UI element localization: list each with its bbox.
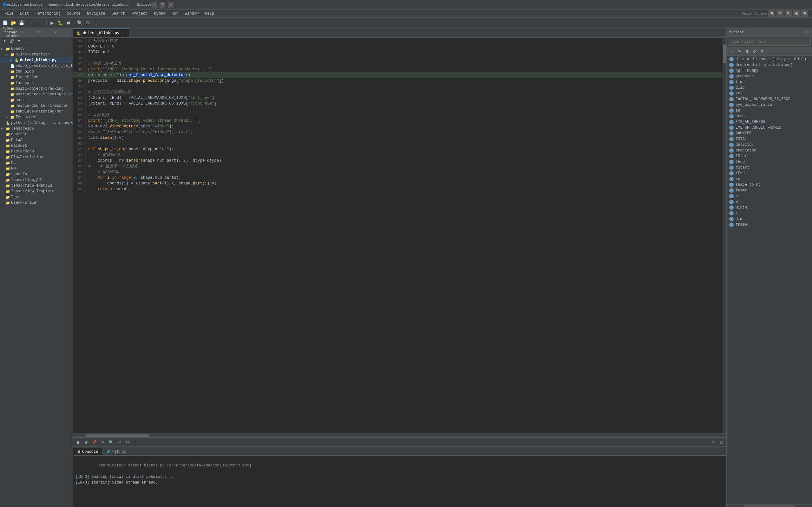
outline-item[interactable]: COUNTER [727,130,812,136]
toolbar-search[interactable]: 🔍 [76,19,84,26]
vertical-scrollbar[interactable] [722,38,726,434]
outline-link[interactable]: 🔗 [751,48,758,55]
maximize-button[interactable]: □ [159,2,165,8]
tree-item[interactable]: ▶📁Tesseract [0,114,72,120]
qa-btn-1[interactable]: ⊞ [768,10,775,17]
tree-item[interactable]: ▶🐍detect_blinks.py [0,57,72,63]
menu-refactoring[interactable]: Refactoring [32,10,64,17]
line-content[interactable]: (lStart, lEnd) = FACIAL_LANDMARKS_68_IDX… [88,95,722,101]
outline-settings[interactable]: ⚙ [758,48,766,55]
toolbar-stop[interactable]: ⏹ [65,19,72,26]
tree-item[interactable]: 📄shape_predictor_68_face_landmarks.dat [0,63,72,69]
tree-item[interactable]: ▼📁blink-detection [0,52,72,57]
outline-scrollbar-thumb[interactable] [744,505,795,507]
console-filter[interactable]: 🔍 [107,439,115,446]
tree-item[interactable]: 📁People-Counter-1-master [0,103,72,109]
console-wrap[interactable]: ↩ [115,439,123,446]
line-content[interactable]: # # 遍历每一个关键点 [88,164,722,169]
toolbar-settings[interactable]: ⚙ [84,19,92,26]
outline-item[interactable]: FACIAL_LANDMARKS_68_IDXS [727,96,812,102]
toolbar-debug[interactable]: 🐛 [56,19,64,26]
line-content[interactable]: #vs = FileVideoStream(args["video"]).sta… [88,129,722,135]
qa-btn-4[interactable]: ▣ [793,10,800,17]
tree-item[interactable]: 📁NMT [0,166,72,171]
menu-navigate[interactable]: Navigate [84,10,108,17]
console-maximize[interactable]: □ [717,439,725,446]
outline-item[interactable]: lEnd [727,159,812,165]
line-content[interactable]: # 得到坐标 [88,169,722,175]
console-stop[interactable]: ⏹ [74,439,82,446]
menu-run[interactable]: Run [168,10,182,17]
outline-collapse[interactable]: ⊟ [743,48,751,55]
tree-item[interactable]: 📁park [0,97,72,103]
tree-menu[interactable]: ▼ [16,38,22,44]
line-content[interactable]: vs = cv2.VideoCapture(args["video"]) [88,124,722,129]
line-content[interactable]: print("[INFO] loading facial landmark pr… [88,66,722,72]
tree-item[interactable]: 📁ML [0,160,72,166]
console-pin[interactable]: 📌 [91,439,98,446]
line-content[interactable]: # 创建68*2 [88,152,722,158]
toolbar-run[interactable]: ▶ [48,19,56,26]
tree-item[interactable]: 📁shurufа [0,171,72,177]
panel-maximize[interactable]: □ [38,30,53,35]
console-clear[interactable]: 🗑 [83,439,90,446]
close-button[interactable]: ✕ [168,2,173,8]
toolbar-back[interactable]: ← [29,19,37,26]
menu-search[interactable]: Search [108,10,129,17]
line-content[interactable]: # 分别取两个眼部区域 [88,89,722,95]
outline-item[interactable]: EYE_AR_THRESH [727,119,812,125]
tree-item[interactable]: 📁template-matching-ocr [0,109,72,114]
tree-item[interactable]: 📁tensorflow_example [0,183,72,188]
menu-pydev[interactable]: Pydev [151,10,168,17]
tree-item[interactable]: 📁dnn_blob [0,69,72,74]
tree-item[interactable]: 📁multi-object-tracking [0,86,72,92]
tree-item[interactable]: 📁landmark [0,80,72,86]
outline-item[interactable]: frame [727,187,812,193]
line-content[interactable] [88,107,722,112]
tree-item[interactable]: 📁UserProfile [0,200,72,206]
line-content[interactable]: # 检测与定位工具 [88,61,722,66]
outline-item[interactable]: np = numpy [727,68,812,73]
console-minimize[interactable]: ⊟ [709,439,717,446]
line-content[interactable]: return coords [88,186,722,192]
tree-item[interactable]: ▶📁TensorFlow [0,126,72,131]
tree-collapse[interactable]: ⬆ [1,38,8,44]
tree-item[interactable]: 🐍python (e:\Progr ... conda3\python.exe) [0,120,72,126]
toolbar-save[interactable]: 💾 [18,19,26,26]
outline-item[interactable]: ap [727,108,812,113]
console-tab[interactable]: 🖥 Console [73,448,102,455]
line-content[interactable]: TOTAL = 0 [88,49,722,55]
qa-btn-2[interactable]: 字 [776,10,783,17]
menu-project[interactable]: Project [129,10,151,17]
outline-item[interactable]: argparse [727,73,812,79]
tree-item[interactable]: 📁DataA [0,137,72,143]
console-settings[interactable]: ⚙ [124,439,131,446]
scrollbar-thumb[interactable] [723,44,726,63]
outline-item[interactable]: OrderedDict (collections) [727,62,812,68]
menu-window[interactable]: Window [182,10,202,17]
outline-item[interactable]: TOTAL [727,136,812,142]
outline-minimize[interactable]: ⊟ [804,30,806,35]
line-content[interactable]: print("[INFO] starting video stream thre… [88,118,722,124]
toolbar-open[interactable]: 📂 [9,19,17,26]
outline-item[interactable]: eye_aspect_ratio [727,102,812,108]
line-content[interactable]: detector = dlib.get_frontal_face_detecto… [88,72,722,78]
outline-item[interactable]: rStart [727,165,812,170]
tree-item[interactable]: 📁FaceNet [0,143,72,149]
outline-sort[interactable]: ↕ [728,48,735,55]
pyunit-tab[interactable]: 🧪 PyUnit [102,448,130,455]
panel-close[interactable]: ✕ [55,30,70,35]
tree-item[interactable]: 📁chatbot [0,131,72,137]
outline-item[interactable]: dim [727,216,812,222]
outline-item[interactable]: cv2 [727,91,812,96]
outline-item[interactable]: dist = distance (scipy.spatial) [727,56,812,62]
outline-item[interactable]: frame [727,222,812,228]
line-content[interactable]: (rStart, rEnd) = FACIAL_LANDMARKS_68_IDX… [88,101,722,107]
outline-item[interactable]: rEnd [727,170,812,176]
qa-btn-5[interactable]: ⊞ [801,10,808,17]
console-more[interactable]: ⋮ [132,439,140,446]
outline-item[interactable]: predictor [727,148,812,153]
outline-item[interactable]: h [727,193,812,199]
outline-item[interactable]: width [727,205,812,210]
h-scroll-thumb[interactable] [86,435,149,437]
